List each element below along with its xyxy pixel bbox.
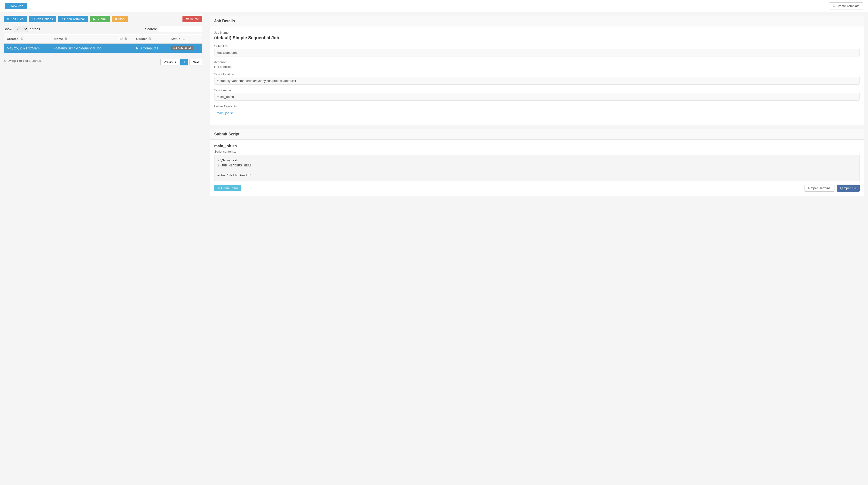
code-block: #!/bin/bash # JOB HEADERS HERE echo "Hel…	[214, 155, 860, 181]
entries-select[interactable]: 25 10 50 100	[14, 26, 28, 32]
job-details-card: Job Details Job Name: (default) Simple S…	[210, 16, 864, 125]
page-1-button[interactable]: 1	[180, 59, 188, 65]
delete-button[interactable]: 🗑 Delete	[183, 16, 202, 22]
search-input[interactable]	[159, 26, 202, 32]
sort-created-icon: ⇅	[20, 37, 23, 41]
col-id[interactable]: ID ⇅	[117, 35, 133, 43]
search-label: Search:	[145, 27, 157, 31]
create-template-button[interactable]: ☆ Create Template	[829, 2, 863, 9]
show-entries: Show 25 10 50 100 entries	[4, 26, 40, 32]
script-actions: ✏ Open Editor ≥ Open Terminal ⬡ Open Dir	[214, 185, 860, 192]
pagination-info: Showing 1 to 1 of 1 entries	[4, 59, 160, 63]
job-name-label: Job Name:	[214, 31, 860, 34]
table-header: Created ⇅ Name ⇅ ID ⇅ Cluster ⇅ Status ⇅	[4, 35, 202, 43]
script-contents-label: Script contents:	[214, 150, 860, 153]
script-filename: main_job.sh	[214, 144, 860, 148]
cell-id	[117, 43, 133, 53]
submit-script-body: main_job.sh Script contents: #!/bin/bash…	[210, 139, 864, 196]
col-name[interactable]: Name ⇅	[51, 35, 117, 43]
folder-file-link[interactable]: main_job.sh	[217, 111, 234, 115]
submit-to-group: Submit to: RIS Compute1	[214, 44, 860, 57]
sort-id-icon: ⇅	[125, 37, 127, 41]
job-details-body: Job Name: (default) Simple Sequential Jo…	[210, 26, 864, 125]
script-location-label: Script location:	[214, 72, 860, 76]
open-editor-button[interactable]: ✏ Open Editor	[214, 185, 241, 191]
toolbar-right: 🗑 Delete	[183, 16, 202, 22]
folder-contents-label: Folder Contents:	[214, 104, 860, 108]
job-name-value: (default) Simple Sequential Job	[214, 35, 860, 40]
pagination: Previous 1 Next	[160, 59, 202, 65]
show-label: Show	[4, 27, 12, 31]
script-name-value: main_job.sh	[214, 93, 860, 101]
sort-cluster-icon: ⇅	[149, 37, 151, 41]
col-created[interactable]: Created ⇅	[4, 35, 52, 43]
job-options-button[interactable]: ⚙ Job Options	[29, 16, 56, 22]
open-terminal-button[interactable]: ≥ Open Terminal	[58, 16, 88, 22]
sort-status-icon: ⇅	[182, 37, 185, 41]
sort-name-icon: ⇅	[65, 37, 67, 41]
account-value: Not specified	[214, 65, 860, 69]
col-cluster[interactable]: Cluster ⇅	[133, 35, 168, 43]
job-details-header: Job Details	[210, 16, 864, 26]
account-group: Account: Not specified	[214, 60, 860, 69]
toolbar: ✏ Edit Files ⚙ Job Options ≥ Open Termin…	[4, 16, 202, 22]
right-panel: Job Details Job Name: (default) Simple S…	[206, 12, 868, 484]
cell-created: May 25, 2021 9:24am	[4, 43, 52, 53]
new-job-button[interactable]: + New Job	[5, 3, 27, 9]
script-location-group: Script location: /home/elyn/ondemand/dat…	[214, 72, 860, 85]
table-row[interactable]: May 25, 2021 9:24am (default) Simple Seq…	[4, 43, 202, 53]
pagination-bar: Showing 1 to 1 of 1 entries Previous 1 N…	[4, 56, 202, 65]
submit-script-header: Submit Script	[210, 129, 864, 139]
stop-button[interactable]: ■ Stop	[112, 16, 128, 22]
folder-contents-group: Folder Contents: main_job.sh	[214, 104, 860, 117]
edit-files-button[interactable]: ✏ Edit Files	[4, 16, 27, 22]
status-badge: Not Submitted	[170, 46, 193, 51]
script-name-group: Script name: main_job.sh	[214, 89, 860, 101]
next-button[interactable]: Next	[189, 59, 202, 65]
cell-name: (default) Simple Sequential Job	[51, 43, 117, 53]
cell-cluster: RIS Compute1	[133, 43, 168, 53]
search-box: Search:	[145, 26, 202, 32]
top-bar: + New Job ☆ Create Template	[0, 0, 868, 12]
jobs-table: Created ⇅ Name ⇅ ID ⇅ Cluster ⇅ Status ⇅…	[4, 34, 202, 53]
table-body: May 25, 2021 9:24am (default) Simple Seq…	[4, 43, 202, 53]
script-actions-right: ≥ Open Terminal ⬡ Open Dir	[805, 185, 860, 192]
left-panel: ✏ Edit Files ⚙ Job Options ≥ Open Termin…	[0, 12, 206, 484]
submit-to-value: RIS Compute1	[214, 49, 860, 57]
submit-script-card: Submit Script main_job.sh Script content…	[210, 129, 864, 196]
col-status[interactable]: Status ⇅	[168, 35, 202, 43]
script-name-label: Script name:	[214, 89, 860, 92]
open-dir-button[interactable]: ⬡ Open Dir	[837, 185, 860, 192]
previous-button[interactable]: Previous	[160, 59, 179, 65]
job-name-group: Job Name: (default) Simple Sequential Jo…	[214, 31, 860, 40]
entries-label: entries	[30, 27, 40, 31]
folder-item: main_job.sh	[214, 109, 860, 117]
script-open-terminal-button[interactable]: ≥ Open Terminal	[805, 185, 835, 192]
script-location-value: /home/elyn/ondemand/data/sys/myjobs/proj…	[214, 77, 860, 85]
cell-status: Not Submitted	[168, 43, 202, 53]
account-label: Account:	[214, 60, 860, 64]
submit-button[interactable]: ▶ Submit	[90, 16, 110, 22]
table-controls: Show 25 10 50 100 entries Search:	[4, 26, 202, 32]
main-layout: ✏ Edit Files ⚙ Job Options ≥ Open Termin…	[0, 12, 868, 484]
submit-to-label: Submit to:	[214, 44, 860, 48]
